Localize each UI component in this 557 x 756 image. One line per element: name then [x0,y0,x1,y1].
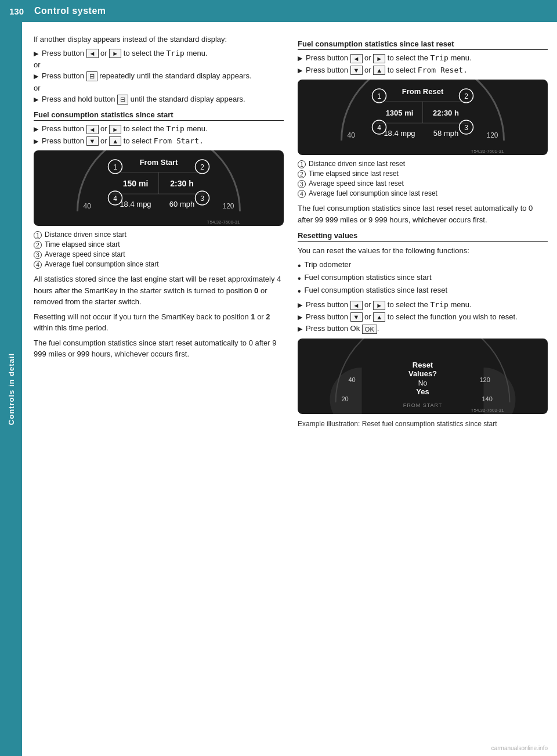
dot-item-2: • Fuel consumption statistics since star… [298,273,548,284]
btn-right-2[interactable]: ► [109,125,121,134]
btn-left-r1[interactable]: ◄ [350,54,363,63]
btn-left-rs1[interactable]: ◄ [350,301,363,310]
bullet-3-text: Press and hold button ⊟ until the standa… [42,95,284,105]
btn-up-1[interactable]: ▲ [109,136,121,146]
caption-num-2: 2 [34,241,42,249]
right-column: Fuel consumption statistics since last r… [298,34,548,744]
caption-num-r3: 3 [298,180,306,188]
gauge-display-3: 20 40 120 140 Reset Values? No Yes FROM … [298,339,548,414]
caption-text-3: Average speed since start [45,250,125,258]
right-bullet-1: ▶ Press button ◄ or ► to select the Trip… [298,53,548,63]
svg-text:T54.32-7602-31: T54.32-7602-31 [471,408,504,413]
svg-text:1: 1 [113,163,117,171]
svg-text:No: No [418,379,428,387]
arrow-icon-5: ▶ [34,138,38,145]
btn-left-2[interactable]: ◄ [86,125,99,134]
btn-left-1[interactable]: ◄ [86,49,99,58]
caption-num-r2: 2 [298,170,306,178]
or-2: or [34,84,284,92]
btn-down-1[interactable]: ▼ [86,136,99,146]
reset-bullet-2-text: Press button ▼ or ▲ to select the functi… [306,312,548,322]
svg-text:Values?: Values? [408,369,437,378]
caption-num-4: 4 [34,261,42,269]
caption-item-r1: 1 Distance driven since last reset [298,160,548,168]
svg-text:40: 40 [348,131,356,139]
svg-text:1305 mi: 1305 mi [386,109,414,117]
section1-bullet-1-text: Press button ◄ or ► to select the Trip m… [42,124,284,134]
svg-text:Reset: Reset [413,361,433,369]
caption-text-r3: Average speed since last reset [309,179,404,188]
reset-bullet-3-text: Press button Ok OK. [306,324,548,334]
caption-item-r2: 2 Time elapsed since last reset [298,170,548,178]
section1-bullet-1: ▶ Press button ◄ or ► to select the Trip… [34,124,284,134]
bullet-3: ▶ Press and hold button ⊟ until the stan… [34,95,284,105]
btn-down-r1[interactable]: ▼ [350,66,363,75]
caption-text-r2: Time elapsed since last reset [309,170,399,178]
caption-text-r1: Distance driven since last reset [309,160,405,168]
btn-menu-2[interactable]: ⊟ [117,95,128,105]
svg-text:120: 120 [487,131,498,139]
from-start-code: From Start. [154,136,204,145]
btn-menu-1[interactable]: ⊟ [86,71,97,81]
btn-right-r1[interactable]: ► [373,54,385,63]
btn-up-r1[interactable]: ▲ [373,66,385,75]
svg-text:58 mph: 58 mph [433,129,458,138]
btn-right-1[interactable]: ► [109,49,121,58]
position-0: 0 [254,286,258,295]
btn-up-rs[interactable]: ▲ [373,312,385,322]
dot-text-3: Fuel consumption statistics since last r… [305,286,447,294]
footer-watermark: carmanualsonline.info [491,745,548,751]
caption-text-r4: Average fuel consumption since last rese… [309,189,437,197]
svg-text:From Reset: From Reset [402,87,444,96]
caption-item: 4 Average fuel consumption since start [34,260,284,269]
para2-left: Resetting will not occur if you turn the… [34,311,284,334]
arrow-icon-r2: ▶ [298,67,302,74]
position-1: 1 [251,312,255,321]
trip-code-r1: Trip [431,53,449,62]
caption-item: 1 Distance driven since start [34,231,284,239]
svg-text:120: 120 [223,202,234,210]
caption-item-r4: 4 Average fuel consumption since last re… [298,189,548,198]
arrow-icon-rs3: ▶ [298,325,302,333]
arrow-icon-1: ▶ [34,50,38,57]
arrow-icon-4: ▶ [34,125,38,133]
btn-right-rs1[interactable]: ► [373,301,385,310]
dot-icon-2: • [298,273,301,284]
from-reset-code: From Reset. [418,66,468,74]
trip-code-2: Trip [167,124,185,133]
svg-text:18.4 mpg: 18.4 mpg [384,129,415,138]
bullet-2: ▶ Press button ⊟ repeatedly until the st… [34,71,284,81]
btn-ok[interactable]: OK [362,325,377,334]
para1-right: The fuel consumption statistics since la… [298,203,548,225]
caption-item-r3: 3 Average speed since last reset [298,179,548,188]
svg-text:22:30 h: 22:30 h [433,109,459,117]
svg-text:4: 4 [377,124,381,132]
resetting-intro: You can reset the values for the followi… [298,245,548,257]
trip-code-1: Trip [167,49,185,57]
section1-bullet-2-text: Press button ▼ or ▲ to select From Start… [42,136,284,146]
main-content: If another display appears instead of th… [22,22,557,756]
gauge-display-1: 40 120 1 From Start 2 150 mi [34,150,284,226]
svg-text:From Start: From Start [140,158,178,167]
svg-text:Yes: Yes [416,387,429,396]
example-caption: Example illustration: Reset fuel consump… [298,419,548,429]
svg-text:4: 4 [113,195,117,203]
page-layout: Controls in detail If another display ap… [0,22,557,756]
dot-item-1: • Trip odometer [298,260,548,271]
btn-down-rs[interactable]: ▼ [350,312,363,322]
caption-num-3: 3 [34,251,42,259]
svg-text:18.4 mpg: 18.4 mpg [120,200,151,208]
caption-num-r1: 1 [298,160,306,168]
gauge-display-2: 40 120 1 From Reset 2 1305 mi 22:30 h 4 … [298,80,548,155]
svg-text:FROM START: FROM START [403,402,443,408]
position-2: 2 [266,312,270,321]
svg-text:3: 3 [200,195,204,203]
section-heading-2: Fuel consumption statistics since last r… [298,39,548,50]
right-bullet-2-text: Press button ▼ or ▲ to select From Reset… [306,66,548,75]
svg-text:1: 1 [377,92,381,100]
svg-text:2: 2 [464,92,468,100]
arrow-icon-3: ▶ [34,96,38,103]
svg-text:140: 140 [482,395,493,402]
trip-code-rs: Trip [431,300,449,309]
dot-text-2: Fuel consumption statistics since start [305,273,432,282]
